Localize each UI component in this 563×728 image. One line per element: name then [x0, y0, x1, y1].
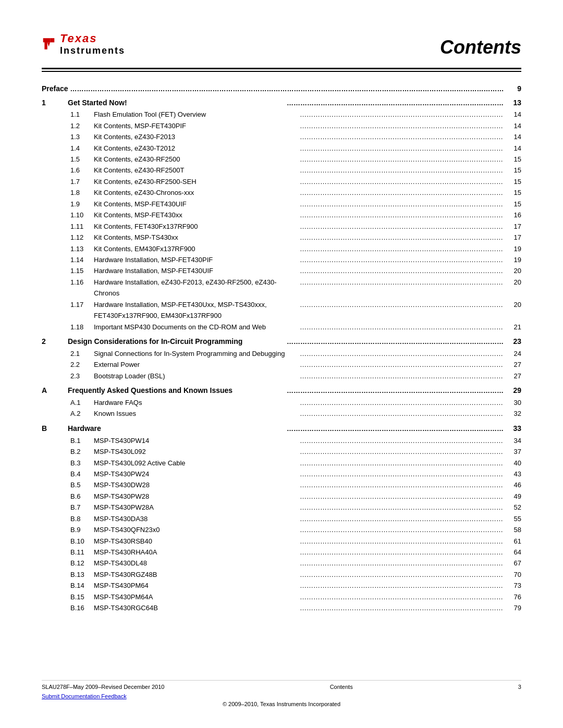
section-dots-B: ……………………………………………………………………………………………………………: [287, 423, 504, 435]
entry-number-2_3: 2.3: [42, 371, 94, 381]
page-header: Texas Instruments Contents: [42, 31, 521, 58]
toc-entry-1_1: 1.1Flash Emulation Tool (FET) Overview………: [42, 109, 521, 120]
footer-copyright: © 2009–2010, Texas Instruments Incorpora…: [42, 701, 521, 707]
footer-feedback[interactable]: Submit Documentation Feedback: [42, 692, 521, 700]
entry-dots-B_15: ……………………………………………………………………………………………………………: [300, 591, 504, 602]
preface-label: Preface: [42, 84, 68, 93]
entry-number-B_11: B.11: [42, 547, 94, 558]
toc-entry-B_12: B.12MSP-TS430DL48………………………………………………………………: [42, 558, 521, 569]
entry-page-1_8: 15: [506, 187, 521, 198]
footer-section-name: Contents: [330, 684, 353, 690]
entry-number-B_3: B.3: [42, 458, 94, 468]
entry-dots-1_3: ……………………………………………………………………………………………………………: [300, 131, 504, 142]
entry-number-1_14: 1.14: [42, 254, 94, 265]
toc-entry-B_9: B.9MSP-TS430QFN23x0…………………………………………………………: [42, 524, 521, 535]
entry-page-1_10: 16: [506, 209, 521, 220]
feedback-link[interactable]: Submit Documentation Feedback: [42, 693, 127, 699]
entry-dots-1_10: ……………………………………………………………………………………………………………: [300, 209, 504, 220]
toc-entry-1_10: 1.10Kit Contents, MSP-FET430xx……………………………: [42, 209, 521, 220]
entry-label-1_8: Kit Contents, eZ430-Chronos-xxx: [94, 187, 298, 198]
entry-page-B_5: 46: [506, 479, 521, 490]
toc-entry-1_18: 1.18Important MSP430 Documents on the CD…: [42, 322, 521, 332]
entry-dots-1_16: ……………………………………………………………………………………………………………: [300, 277, 504, 288]
section-label-2: Design Considerations for In-Circuit Pro…: [68, 336, 285, 348]
entry-number-1_9: 1.9: [42, 199, 94, 209]
entry-label-1_14: Hardware Installation, MSP-FET430PIF: [94, 254, 298, 265]
entry-label-B_13: MSP-TS430RGZ48B: [94, 569, 298, 580]
toc-entry-1_5: 1.5Kit Contents, eZ430-RF2500………………………………: [42, 154, 521, 165]
entry-number-B_12: B.12: [42, 558, 94, 569]
toc-section-A: AFrequently Asked Questions and Known Is…: [42, 385, 521, 397]
footer-page-number: 3: [518, 684, 521, 690]
entry-page-1_2: 14: [506, 120, 521, 131]
entry-label-B_5: MSP-TS430DW28: [94, 479, 298, 490]
svg-marker-1: [50, 38, 54, 42]
entry-dots-1_8: ……………………………………………………………………………………………………………: [300, 187, 504, 198]
entry-number-2_1: 2.1: [42, 348, 94, 359]
toc-entry-1_4: 1.4Kit Contents, eZ430-T2012…………………………………: [42, 143, 521, 154]
toc-entry-1_9: 1.9Kit Contents, MSP-FET430UIF……………………………: [42, 199, 521, 209]
entry-dots-1_14: ……………………………………………………………………………………………………………: [300, 254, 504, 265]
entry-number-1_8: 1.8: [42, 187, 94, 198]
entry-label-1_6: Kit Contents, eZ430-RF2500T: [94, 165, 298, 176]
entry-page-B_6: 49: [506, 491, 521, 502]
entry-page-B_16: 79: [506, 602, 521, 613]
entry-dots-B_6: ……………………………………………………………………………………………………………: [300, 491, 504, 502]
entry-label-B_2: MSP-TS430L092: [94, 446, 298, 457]
entry-dots-B_3: ……………………………………………………………………………………………………………: [300, 458, 504, 468]
entry-number-B_16: B.16: [42, 602, 94, 613]
entry-number-1_5: 1.5: [42, 154, 94, 165]
entry-label-B_3: MSP-TS430L092 Active Cable: [94, 458, 298, 468]
entry-label-B_4: MSP-TS430PW24: [94, 468, 298, 479]
entry-page-1_11: 17: [506, 221, 521, 232]
entry-dots-B_8: ……………………………………………………………………………………………………………: [300, 513, 504, 524]
toc-entry-B_14: B.14MSP-TS430PM64………………………………………………………………: [42, 580, 521, 591]
entry-number-B_5: B.5: [42, 479, 94, 490]
entry-number-1_13: 1.13: [42, 243, 94, 254]
entry-dots-1_12: ……………………………………………………………………………………………………………: [300, 232, 504, 243]
logo-container: Texas Instruments: [42, 31, 125, 56]
entry-page-B_3: 40: [506, 458, 521, 468]
toc-entry-B_13: B.13MSP-TS430RGZ48B…………………………………………………………: [42, 569, 521, 580]
entry-number-B_13: B.13: [42, 569, 94, 580]
entry-dots-A_2: ……………………………………………………………………………………………………………: [300, 408, 504, 419]
entry-label-1_13: Kit Contents, EM430Fx137RF900: [94, 243, 298, 254]
entry-label-1_9: Kit Contents, MSP-FET430UIF: [94, 199, 298, 209]
preface-page: 9: [506, 84, 521, 93]
entry-number-B_4: B.4: [42, 468, 94, 479]
entry-label-1_12: Kit Contents, MSP-TS430xx: [94, 232, 298, 243]
toc-entry-1_3: 1.3Kit Contents, eZ430-F2013…………………………………: [42, 131, 521, 142]
entry-page-1_18: 21: [506, 322, 521, 332]
entry-label-1_7: Kit Contents, eZ430-RF2500-SEH: [94, 176, 298, 187]
section-number-1: 1: [42, 97, 68, 109]
entry-dots-B_13: ……………………………………………………………………………………………………………: [300, 569, 504, 580]
entry-page-1_4: 14: [506, 143, 521, 154]
toc-entry-1_11: 1.11Kit Contents, FET430Fx137RF900…………………: [42, 221, 521, 232]
footer-doc-id: SLAU278F–May 2009–Revised December 2010: [42, 684, 164, 690]
ti-instruments-label: Instruments: [60, 45, 125, 56]
toc-section-1: 1Get Started Now!………………………………………………………………: [42, 97, 521, 109]
entry-page-B_13: 70: [506, 569, 521, 580]
entry-page-1_3: 14: [506, 131, 521, 142]
entry-page-B_15: 76: [506, 591, 521, 602]
toc-entry-1_7: 1.7Kit Contents, eZ430-RF2500-SEH……………………: [42, 176, 521, 187]
toc-entry-B_1: B.1MSP-TS430PW14…………………………………………………………………: [42, 435, 521, 446]
entry-number-1_16: 1.16: [42, 277, 94, 288]
entry-dots-1_9: ……………………………………………………………………………………………………………: [300, 199, 504, 209]
entry-number-B_1: B.1: [42, 435, 94, 446]
toc-preface-row: Preface ………………………………………………………………………………………: [42, 84, 521, 93]
entry-label-2_3: Bootstrap Loader (BSL): [94, 371, 298, 381]
entry-page-2_3: 27: [506, 371, 521, 381]
ti-logo-icon: [42, 31, 56, 56]
entry-label-B_15: MSP-TS430PM64A: [94, 591, 298, 602]
toc-entry-1_2: 1.2Kit Contents, MSP-FET430PIF……………………………: [42, 120, 521, 131]
entry-dots-B_11: ……………………………………………………………………………………………………………: [300, 547, 504, 558]
entry-dots-B_12: ……………………………………………………………………………………………………………: [300, 558, 504, 569]
toc-entry-1_8: 1.8Kit Contents, eZ430-Chronos-xxx…………………: [42, 187, 521, 198]
entry-page-B_8: 55: [506, 513, 521, 524]
entry-number-1_1: 1.1: [42, 109, 94, 120]
toc-entry-1_6: 1.6Kit Contents, eZ430-RF2500T……………………………: [42, 165, 521, 176]
toc-entry-1_15: 1.15Hardware Installation, MSP-FET430UIF…: [42, 265, 521, 276]
entry-number-1_6: 1.6: [42, 165, 94, 176]
entry-page-1_15: 20: [506, 265, 521, 276]
